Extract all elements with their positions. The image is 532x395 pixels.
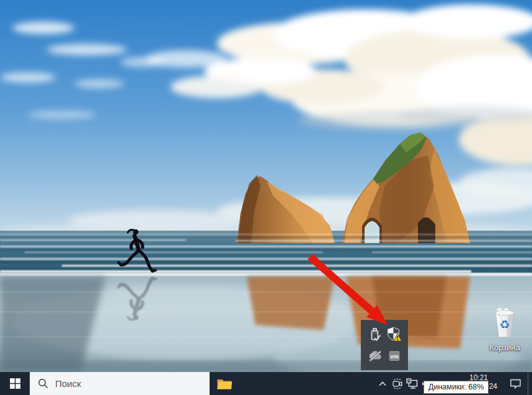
action-center-button[interactable]: [505, 372, 526, 395]
meet-now-button[interactable]: [390, 372, 404, 395]
start-button[interactable]: [0, 372, 30, 395]
notification-bubble-icon: [510, 378, 521, 389]
vm-label: vm: [390, 353, 399, 360]
onedrive-paused-icon[interactable]: [365, 345, 384, 368]
ethernet-network-icon: [406, 378, 418, 389]
show-hidden-icons-button[interactable]: [376, 372, 389, 395]
windows-logo-icon: [10, 378, 20, 389]
tray-overflow-popup: vm: [361, 320, 408, 370]
safely-remove-hardware-icon[interactable]: [365, 323, 384, 345]
search-input[interactable]: [54, 378, 210, 389]
wallpaper-image: [0, 0, 532, 372]
recycle-bin-glyph: ♻: [489, 306, 520, 340]
recycle-bin-icon[interactable]: ♻ Корзина: [479, 306, 531, 352]
show-desktop-button[interactable]: [528, 372, 532, 395]
windows-security-warning-icon[interactable]: [384, 323, 404, 345]
folder-icon: [216, 377, 233, 391]
taskbar-search[interactable]: [30, 372, 210, 395]
vmware-tray-icon[interactable]: vm: [384, 345, 404, 368]
chevron-up-icon: [377, 379, 388, 388]
search-icon: [38, 378, 48, 389]
volume-tooltip-text: Динамики: 68%: [428, 383, 484, 391]
volume-tooltip: Динамики: 68%: [423, 381, 489, 394]
meet-now-camera-icon: [392, 378, 403, 389]
file-explorer-button[interactable]: [213, 372, 236, 395]
network-button[interactable]: [404, 372, 419, 395]
recycle-bin-label: Корзина: [479, 343, 531, 352]
desktop: ♻ Корзина: [0, 0, 532, 395]
recycle-arrows-icon: ♻: [500, 318, 510, 331]
